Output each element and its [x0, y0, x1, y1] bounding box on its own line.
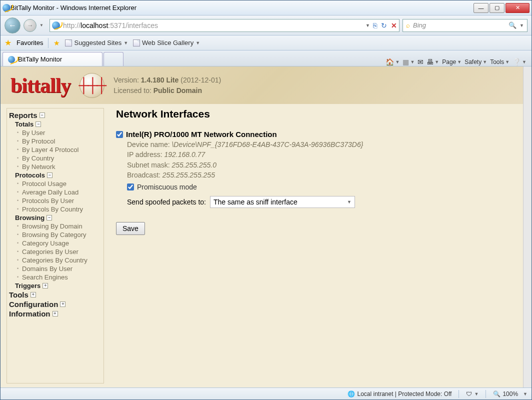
collapse-icon: −: [46, 215, 52, 220]
home-button[interactable]: 🏠▼: [386, 58, 400, 66]
zoom-control[interactable]: 🔍 100% ▼: [493, 390, 528, 398]
print-button[interactable]: 🖶▼: [426, 58, 439, 66]
logo-tally-icon: ┼┼┼: [80, 73, 104, 98]
interface-details: Device name: \Device\NPF_{3716FD68-E4AB-…: [127, 140, 516, 180]
interface-name: Intel(R) PRO/1000 MT Network Connection: [126, 130, 277, 138]
logo-text: bittally: [10, 74, 70, 98]
promiscuous-checkbox[interactable]: [127, 184, 134, 190]
address-bar[interactable]: http://localhost:5371/interfaces ▼ ⎘ ↻ ✕: [50, 19, 400, 32]
spoof-label: Send spoofed packets to:: [127, 198, 206, 206]
nav-item[interactable]: Categories By Country: [8, 256, 102, 264]
nav-item[interactable]: By Network: [8, 162, 102, 171]
nav-totals[interactable]: Totals −: [8, 120, 102, 128]
save-button[interactable]: Save: [116, 222, 145, 235]
print-icon: 🖶: [426, 58, 434, 66]
globe-icon: 🌐: [348, 390, 355, 398]
nav-item[interactable]: Categories By User: [8, 248, 102, 256]
back-button[interactable]: ←: [4, 18, 20, 34]
nav-browsing[interactable]: Browsing −: [8, 214, 102, 222]
tab-bittally[interactable]: BitTally Monitor: [2, 52, 102, 66]
nav-item[interactable]: Domains By User: [8, 264, 102, 273]
ie-icon: [2, 4, 10, 12]
help-icon: ❔: [512, 58, 521, 66]
nav-item[interactable]: By User: [8, 128, 102, 137]
spoof-select[interactable]: The same as sniff interface ▼: [210, 196, 355, 208]
expand-icon: +: [42, 283, 48, 288]
minimize-button[interactable]: —: [474, 3, 488, 13]
nav-tools[interactable]: Tools +: [8, 290, 102, 300]
security-zone[interactable]: 🌐 Local intranet | Protected Mode: Off: [348, 390, 452, 398]
compat-view-icon[interactable]: ⎘: [373, 22, 377, 30]
search-box[interactable]: ⌕ Bing 🔍 ▼: [402, 19, 528, 32]
maximize-button[interactable]: ▢: [490, 3, 504, 13]
protected-mode-icon[interactable]: 🛡▼: [466, 390, 478, 398]
tab-bar: BitTally Monitor 🏠▼ ▦▼ ✉ 🖶▼ Page ▼ Safet…: [0, 50, 532, 66]
nav-reports[interactable]: Reports −: [8, 110, 102, 120]
chevron-down-icon: ▼: [523, 392, 528, 396]
browser-window: BitTally Monitor - Windows Internet Expl…: [0, 0, 532, 400]
window-controls: — ▢ ✕: [474, 3, 530, 13]
nav-protocols[interactable]: Protocols −: [8, 171, 102, 180]
promiscuous-row: Promiscuous mode: [127, 183, 516, 191]
mail-icon: ✉: [418, 58, 424, 66]
nav-item[interactable]: Browsing By Domain: [8, 222, 102, 230]
forward-button[interactable]: →: [24, 19, 36, 32]
feeds-button[interactable]: ▦▼: [402, 58, 414, 66]
suggested-sites-link[interactable]: Suggested Sites ▼: [65, 39, 128, 46]
favorites-star-icon[interactable]: ★: [4, 38, 12, 48]
main-panel: Network Interfaces Intel(R) PRO/1000 MT …: [111, 108, 522, 384]
chevron-down-icon: ▼: [347, 200, 352, 204]
favorites-label[interactable]: Favorites: [16, 39, 43, 46]
refresh-icon[interactable]: ↻: [381, 22, 387, 30]
nav-configuration[interactable]: Configuration +: [8, 300, 102, 309]
spoof-row: Send spoofed packets to: The same as sni…: [127, 196, 516, 208]
page-header: bittally ┼┼┼ Version: 1.4.180 Lite (2012…: [0, 66, 532, 104]
interface-enable-checkbox[interactable]: [116, 131, 123, 138]
title-bar: BitTally Monitor - Windows Internet Expl…: [0, 0, 532, 16]
nav-information[interactable]: Information +: [8, 309, 102, 318]
collapse-icon: −: [36, 122, 41, 127]
new-tab-button[interactable]: [104, 52, 124, 66]
collapse-icon: −: [40, 112, 45, 118]
version-info: Version: 1.4.180 Lite (2012-12-01) Licen…: [114, 75, 221, 96]
url-dropdown-icon[interactable]: ▼: [366, 23, 370, 28]
expand-icon: +: [60, 302, 66, 307]
nav-bar: ← → ▼ http://localhost:5371/interfaces ▼…: [0, 16, 532, 36]
web-slice-link[interactable]: Web Slice Gallery ▼: [133, 39, 200, 46]
nav-item[interactable]: Average Daily Load: [8, 188, 102, 196]
close-button[interactable]: ✕: [506, 3, 530, 13]
nav-history-dropdown[interactable]: ▼: [40, 23, 46, 28]
nav-item[interactable]: By Country: [8, 154, 102, 162]
url-text[interactable]: http://localhost:5371/interfaces: [63, 22, 362, 30]
safety-menu[interactable]: Safety ▼: [464, 58, 487, 66]
page-menu[interactable]: Page ▼: [442, 58, 462, 66]
nav-item[interactable]: By Protocol: [8, 137, 102, 146]
sidebar: Reports − Totals − By UserBy ProtocolBy …: [6, 108, 104, 384]
add-favorite-icon[interactable]: ★: [54, 39, 60, 47]
nav-triggers[interactable]: Triggers +: [8, 282, 102, 290]
separator: [48, 38, 48, 48]
promiscuous-label: Promiscuous mode: [137, 183, 197, 191]
tools-menu[interactable]: Tools ▼: [490, 58, 510, 66]
stop-icon[interactable]: ✕: [391, 22, 397, 30]
interface-title-row: Intel(R) PRO/1000 MT Network Connection: [116, 130, 516, 138]
nav-item[interactable]: Category Usage: [8, 239, 102, 248]
search-dropdown-icon[interactable]: ▼: [520, 23, 524, 28]
nav-item[interactable]: Protocols By User: [8, 196, 102, 205]
help-button[interactable]: ❔▼: [512, 58, 526, 66]
read-mail-button[interactable]: ✉: [418, 58, 424, 66]
nav-item[interactable]: Search Engines: [8, 273, 102, 282]
nav-item[interactable]: Protocol Usage: [8, 180, 102, 188]
collapse-icon: −: [47, 172, 52, 178]
page-icon: [65, 40, 72, 46]
site-icon: [52, 22, 60, 30]
nav-item[interactable]: Protocols By Country: [8, 205, 102, 214]
page-title: Network Interfaces: [116, 108, 516, 120]
search-button-icon[interactable]: 🔍: [508, 22, 516, 29]
scrollbar[interactable]: [523, 66, 532, 388]
nav-item[interactable]: Browsing By Category: [8, 230, 102, 239]
page-content: bittally ┼┼┼ Version: 1.4.180 Lite (2012…: [0, 66, 532, 388]
home-icon: 🏠: [386, 58, 394, 66]
rss-icon: ▦: [402, 58, 409, 66]
nav-item[interactable]: By Layer 4 Protocol: [8, 146, 102, 154]
